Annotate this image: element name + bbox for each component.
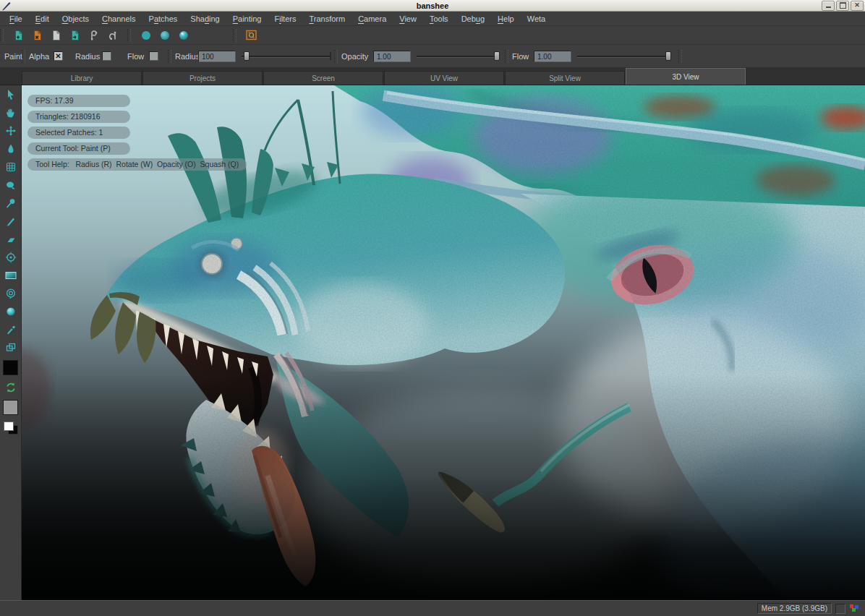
copy-patch-tool[interactable] (4, 342, 18, 354)
maximize-button[interactable] (836, 1, 849, 11)
status-bar: Mem 2.9GB (3.9GB) (0, 600, 865, 616)
view-tab-bar: LibraryProjectsScreenUV ViewSplit View3D… (0, 68, 865, 85)
warp-grid-tool[interactable] (4, 161, 18, 173)
maximize-icon (840, 2, 846, 9)
view-tab[interactable]: Projects (142, 71, 263, 85)
alpha-checkbox[interactable] (54, 51, 63, 61)
menu-item[interactable]: Camera (351, 13, 393, 25)
rgb-channels-icon (849, 604, 859, 613)
view-tab[interactable]: UV View (384, 71, 504, 85)
main-area: FPS: 17.39Triangles: 2180916Selected Pat… (0, 85, 865, 600)
status-mini-box (835, 604, 845, 614)
alpha-label: Alpha (29, 52, 49, 61)
smudge-tool[interactable] (4, 179, 18, 191)
hud-pill: Current Tool: Paint (P) (27, 142, 130, 155)
background-color-swatch[interactable] (3, 400, 18, 415)
hud-pill: Selected Patches: 1 (27, 127, 130, 139)
foreground-color-swatch[interactable] (3, 360, 18, 375)
projection-group (237, 29, 266, 41)
flow-toggle-label: Flow (127, 52, 144, 61)
menu-item[interactable]: Filters (268, 13, 302, 25)
opacity-label: Opacity (341, 52, 368, 61)
slider-endcap (330, 52, 331, 60)
pan-tool[interactable] (4, 107, 18, 119)
view-tab[interactable]: Split View (505, 71, 625, 85)
blur-drop-tool[interactable] (4, 143, 18, 155)
shading-flat-icon[interactable] (140, 29, 152, 41)
flow-toggle-checkbox[interactable] (149, 51, 158, 61)
shading-shaded-icon[interactable] (158, 29, 171, 41)
radius-value: 100 (202, 53, 214, 61)
project-tools-group (4, 29, 127, 41)
title-bar: banshee ✕ (0, 0, 865, 12)
opacity-slider[interactable] (417, 51, 499, 62)
new-project-icon[interactable] (12, 29, 25, 41)
opacity-field[interactable]: 1.00 (373, 51, 411, 62)
view-tab[interactable]: 3D View (626, 68, 746, 85)
menu-item[interactable]: View (393, 13, 423, 25)
lasso-tool[interactable] (4, 288, 18, 299)
flow-value: 1.00 (537, 53, 551, 61)
projection-icon[interactable] (245, 29, 257, 41)
window-controls: ✕ (822, 1, 864, 11)
menu-item[interactable]: Help (491, 13, 521, 25)
application-window: { "window": { "title": "banshee", "butto… (0, 0, 865, 616)
menu-item[interactable]: Shading (184, 13, 226, 25)
menu-item[interactable]: Objects (56, 13, 95, 25)
menu-item[interactable]: Channels (95, 13, 142, 25)
close-button[interactable]: ✕ (851, 1, 864, 11)
eyedropper-tool[interactable] (4, 324, 18, 335)
memory-indicator: Mem 2.9GB (3.9GB) (757, 603, 832, 614)
radius-toggle-checkbox[interactable] (102, 51, 111, 61)
window-title: banshee (0, 1, 865, 10)
viewport-3d[interactable]: FPS: 17.39Triangles: 2180916Selected Pat… (22, 85, 865, 600)
tool-sidebar (0, 85, 22, 600)
opacity-slider-handle[interactable] (494, 51, 500, 61)
minimize-button[interactable] (822, 1, 835, 11)
slider-groove (242, 56, 331, 58)
import-icon[interactable] (69, 29, 81, 41)
toolbar-grip (22, 50, 25, 63)
radius-slider[interactable] (242, 51, 331, 62)
menu-item[interactable]: Debug (455, 13, 491, 25)
swap-colors-icon[interactable] (4, 382, 18, 393)
hud-overlay: FPS: 17.39Triangles: 2180916Selected Pat… (27, 95, 247, 171)
menu-item[interactable]: Transform (302, 13, 351, 25)
curve-tool-icon[interactable] (106, 29, 119, 41)
move-tool[interactable] (4, 125, 18, 137)
slider-groove (577, 56, 671, 58)
menu-item[interactable]: File (3, 13, 29, 25)
pin-tool[interactable] (4, 197, 18, 209)
brush-tool[interactable] (4, 215, 18, 227)
view-tab[interactable]: Library (22, 71, 142, 85)
flow-slider[interactable] (577, 51, 671, 62)
view-tab[interactable]: Screen (263, 71, 383, 85)
current-tool-label: Paint (4, 52, 22, 61)
open-project-icon[interactable] (50, 29, 62, 41)
shading-textured-icon[interactable] (177, 29, 189, 41)
path-tool-icon[interactable] (88, 29, 100, 41)
hud-pill: Triangles: 2180916 (27, 111, 130, 123)
close-project-icon[interactable] (31, 29, 43, 41)
select-tool[interactable] (4, 89, 18, 100)
clone-tool[interactable] (4, 252, 18, 263)
radius-slider-handle[interactable] (244, 51, 250, 61)
menu-item[interactable]: Edit (29, 13, 56, 25)
default-colors-icon[interactable] (4, 422, 18, 435)
marquee-select-tool[interactable] (4, 270, 18, 281)
menu-item[interactable]: Weta (521, 13, 552, 25)
toolbar-grip (505, 50, 508, 63)
radius-field[interactable]: 100 (198, 51, 236, 62)
hud-pill: FPS: 17.39 (27, 95, 130, 107)
toolbar-grip (678, 50, 682, 63)
sphere-paint-tool[interactable] (4, 306, 18, 317)
toolbar-grip (334, 50, 338, 63)
menu-item[interactable]: Tools (423, 13, 455, 25)
eraser-tool[interactable] (4, 234, 18, 245)
slider-groove (417, 56, 499, 58)
menu-item[interactable]: Painting (226, 13, 268, 25)
radius-toggle-label: Radius (75, 52, 100, 61)
menu-item[interactable]: Patches (142, 13, 184, 25)
flow-field[interactable]: 1.00 (534, 51, 571, 62)
flow-slider-handle[interactable] (665, 51, 671, 61)
